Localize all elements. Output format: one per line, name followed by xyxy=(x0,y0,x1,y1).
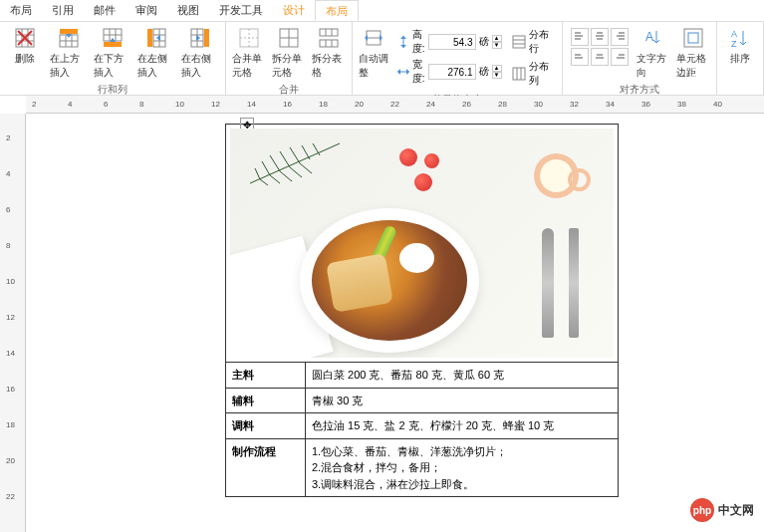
watermark: php 中文网 xyxy=(690,498,754,522)
main-ingredients-value[interactable]: 圆白菜 200 克、番茄 80 克、黄瓜 60 克 xyxy=(306,363,619,389)
svg-rect-65 xyxy=(684,29,702,47)
insert-above-label: 在上方插入 xyxy=(50,52,88,80)
distribute-cols-icon xyxy=(512,67,526,81)
main-ingredients-label[interactable]: 主料 xyxy=(226,363,306,389)
process-label[interactable]: 制作流程 xyxy=(226,438,306,497)
recipe-table[interactable]: 主料 圆白菜 200 克、番茄 80 克、黄瓜 60 克 辅料 青椒 30 克 … xyxy=(225,124,619,497)
svg-rect-33 xyxy=(320,29,338,36)
svg-line-80 xyxy=(290,167,302,177)
width-up-button[interactable]: ▲ xyxy=(492,65,502,72)
tab-design[interactable]: 设计 xyxy=(273,0,315,21)
table-row[interactable]: 辅料 青椒 30 克 xyxy=(226,388,619,413)
width-icon xyxy=(397,66,409,78)
delete-button[interactable]: 删除 xyxy=(4,24,46,68)
height-input[interactable] xyxy=(428,34,476,50)
split-table-icon xyxy=(317,26,341,50)
seasoning-label[interactable]: 调料 xyxy=(226,413,306,439)
insert-right-icon xyxy=(188,26,212,50)
watermark-text: 中文网 xyxy=(718,502,754,519)
align-top-left[interactable] xyxy=(571,28,589,46)
tab-references[interactable]: 引用 xyxy=(42,0,84,21)
process-step-3: 3.调味料混合，淋在沙拉上即食。 xyxy=(312,476,612,493)
merge-cells-label: 合并单元格 xyxy=(232,52,266,80)
svg-line-73 xyxy=(280,151,290,167)
tomato-decoration xyxy=(399,148,417,166)
width-down-button[interactable]: ▼ xyxy=(492,72,502,79)
align-mid-left[interactable] xyxy=(571,48,589,66)
distribute-rows-label: 分布行 xyxy=(529,28,554,56)
insert-right-button[interactable]: 在右侧插入 xyxy=(179,24,221,82)
align-top-center[interactable] xyxy=(591,28,609,46)
split-cells-button[interactable]: 拆分单元格 xyxy=(270,24,308,82)
align-mid-right[interactable] xyxy=(611,48,629,66)
page-area[interactable]: ✥ xyxy=(26,114,764,532)
autofit-button[interactable]: 自动调整 xyxy=(357,24,391,82)
svg-line-79 xyxy=(280,171,292,181)
svg-rect-11 xyxy=(60,29,78,34)
cell-margins-button[interactable]: 单元格边距 xyxy=(674,24,712,82)
sort-icon: AZ xyxy=(728,26,752,50)
svg-line-77 xyxy=(260,179,268,185)
ribbon-group-alignment: A 文字方向 单元格边距 对齐方式 xyxy=(563,22,717,95)
sort-button[interactable]: AZ 排序 xyxy=(721,24,759,68)
insert-below-label: 在下方插入 xyxy=(94,52,131,80)
align-mid-center[interactable] xyxy=(591,48,609,66)
height-icon xyxy=(397,36,409,48)
distribute-cols-button[interactable]: 分布列 xyxy=(512,60,554,88)
tab-layout-1[interactable]: 布局 xyxy=(0,0,42,21)
tab-view[interactable]: 视图 xyxy=(167,0,209,21)
svg-line-81 xyxy=(300,163,312,173)
delete-table-icon xyxy=(13,26,37,50)
ribbon-group-merge: 合并单元格 拆分单元格 拆分表格 合并 xyxy=(226,22,353,95)
bowl-decoration xyxy=(300,208,479,353)
insert-left-button[interactable]: 在左侧插入 xyxy=(135,24,177,82)
distribute-rows-button[interactable]: 分布行 xyxy=(512,28,554,56)
svg-line-78 xyxy=(270,175,280,183)
ruler-horizontal[interactable]: 2 4 6 8 10 12 14 16 18 20 22 24 26 28 30… xyxy=(26,96,764,114)
image-cell[interactable] xyxy=(226,125,619,363)
merge-cells-button[interactable]: 合并单元格 xyxy=(230,24,268,82)
insert-below-button[interactable]: 在下方插入 xyxy=(92,24,133,82)
svg-line-72 xyxy=(270,155,280,171)
tab-devtools[interactable]: 开发工具 xyxy=(209,0,273,21)
insert-above-button[interactable]: 在上方插入 xyxy=(48,24,90,82)
split-table-button[interactable]: 拆分表格 xyxy=(310,24,348,82)
seasoning-value[interactable]: 色拉油 15 克、盐 2 克、柠檬汁 20 克、蜂蜜 10 克 xyxy=(306,413,619,439)
ribbon-tabs: 布局 引用 邮件 审阅 视图 开发工具 设计 布局 xyxy=(0,0,764,22)
width-input[interactable] xyxy=(428,64,476,80)
width-unit: 磅 xyxy=(479,65,489,79)
sub-ingredients-value[interactable]: 青椒 30 克 xyxy=(306,388,619,413)
split-cells-icon xyxy=(277,26,301,50)
svg-text:A: A xyxy=(645,30,653,44)
tomato-decoration xyxy=(414,173,432,191)
text-direction-button[interactable]: A 文字方向 xyxy=(635,24,672,82)
height-up-button[interactable]: ▲ xyxy=(492,35,502,42)
align-top-right[interactable] xyxy=(611,28,629,46)
fern-decoration xyxy=(240,133,360,193)
insert-left-label: 在左侧插入 xyxy=(137,52,175,80)
process-step-2: 2.混合食材，拌匀，备用； xyxy=(312,459,612,476)
split-table-label: 拆分表格 xyxy=(312,52,346,80)
autofit-icon xyxy=(362,26,385,50)
process-value[interactable]: 1.包心菜、番茄、青椒、洋葱洗净切片； 2.混合食材，拌匀，备用； 3.调味料混… xyxy=(306,438,619,497)
process-step-1: 1.包心菜、番茄、青椒、洋葱洗净切片； xyxy=(312,443,612,460)
tab-review[interactable]: 审阅 xyxy=(126,0,167,21)
svg-rect-46 xyxy=(513,68,525,80)
table-row[interactable]: 制作流程 1.包心菜、番茄、青椒、洋葱洗净切片； 2.混合食材，拌匀，备用； 3… xyxy=(226,438,619,497)
tab-layout-2[interactable]: 布局 xyxy=(315,0,359,21)
height-unit: 磅 xyxy=(479,35,489,49)
ruler-vertical[interactable]: 2 4 6 8 10 12 14 16 18 20 22 xyxy=(0,114,26,532)
svg-line-71 xyxy=(262,161,270,175)
svg-rect-16 xyxy=(104,42,122,47)
sub-ingredients-label[interactable]: 辅料 xyxy=(226,388,306,413)
tab-mail[interactable]: 邮件 xyxy=(84,0,126,21)
food-image xyxy=(230,129,614,358)
cell-margins-label: 单元格边距 xyxy=(676,52,710,80)
table-row[interactable] xyxy=(226,125,619,363)
table-row[interactable]: 主料 圆白菜 200 克、番茄 80 克、黄瓜 60 克 xyxy=(226,363,619,389)
delete-label: 删除 xyxy=(15,52,35,66)
distribute-rows-icon xyxy=(512,35,526,49)
table-row[interactable]: 调料 色拉油 15 克、盐 2 克、柠檬汁 20 克、蜂蜜 10 克 xyxy=(226,413,619,439)
ribbon: 删除 在上方插入 在下方插入 在左侧插入 xyxy=(0,22,764,96)
height-down-button[interactable]: ▼ xyxy=(492,42,502,49)
